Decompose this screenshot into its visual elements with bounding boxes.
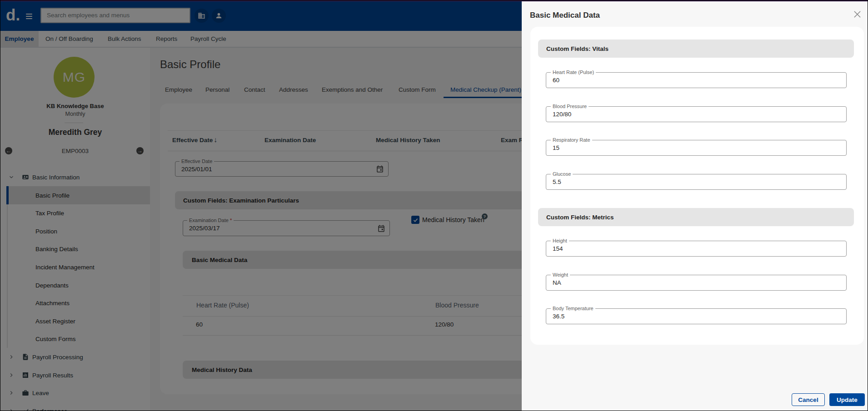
drawer-section-header: Custom Fields: Metrics [538,208,854,226]
drawer-field-blood-pressure[interactable]: Blood Pressure120/80 [546,106,847,122]
drawer-field-value: 15 [553,140,559,155]
drawer-field-value: 154 [553,241,563,256]
drawer-field-height[interactable]: Height154 [546,241,847,257]
close-icon[interactable] [853,10,861,18]
drawer-field-value: 5.5 [553,174,561,189]
drawer-field-glucose[interactable]: Glucose5.5 [546,174,847,190]
drawer-field-value: 120/80 [553,107,571,122]
drawer-field-weight[interactable]: WeightNA [546,275,847,291]
drawer-section-header: Custom Fields: Vitals [538,40,854,58]
drawer-field-body-temperature[interactable]: Body Temperature36.5 [546,308,847,324]
cancel-button[interactable]: Cancel [792,393,825,406]
drawer-field-value: NA [553,275,561,290]
update-button[interactable]: Update [829,393,865,406]
basic-medical-data-drawer: Basic Medical Data Custom Fields: Vitals… [522,0,868,411]
drawer-field-heart-rate-pulse-[interactable]: Heart Rate (Pulse)60 [546,72,847,88]
drawer-section-header-text: Custom Fields: Metrics [538,214,614,221]
drawer-field-respiratory-rate[interactable]: Respiratory Rate15 [546,140,847,156]
drawer-title: Basic Medical Data [530,11,600,20]
drawer-field-value: 36.5 [553,309,564,324]
drawer-field-value: 60 [553,73,559,88]
drawer-section-header-text: Custom Fields: Vitals [538,45,609,52]
